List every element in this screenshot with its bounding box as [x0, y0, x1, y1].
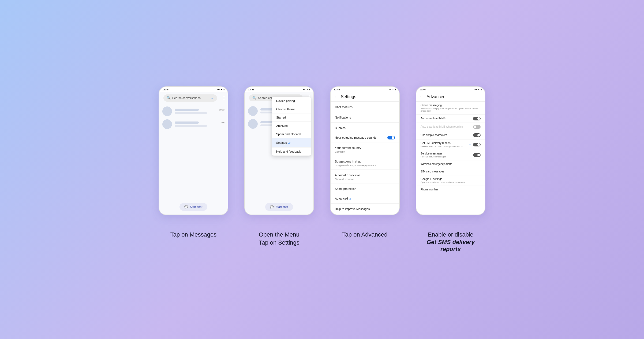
labels-row: Tap on Messages Open the Menu Tap on Set… — [159, 231, 485, 253]
status-bar-2: 12:45 ▪▪▪ ▲ ▮ — [245, 87, 313, 92]
chat-icon-1: 💬 — [184, 205, 188, 209]
menu-item-device-pairing[interactable]: Device pairing — [272, 97, 311, 105]
status-bar-1: 12:45 ▪▪▪ ▲ ▮ — [159, 87, 228, 92]
settings-header: ← Settings — [331, 92, 399, 102]
settings-item-about[interactable]: About, terms and privacy — [331, 214, 399, 215]
wifi-icon-3: ▲ — [392, 88, 394, 91]
menu-item-starred[interactable]: Starred — [272, 113, 311, 122]
status-icons-2: ▪▪▪ ▲ ▮ — [303, 88, 310, 91]
settings-item-spam[interactable]: Spam protection — [331, 183, 399, 194]
conv-name-row-1: 09:03 — [175, 109, 224, 111]
phone-2: 12:45 ▪▪▪ ▲ ▮ 🔍 Search conver... ⋮ — [244, 86, 314, 215]
advanced-item-service-msg[interactable]: Service messages Receive service message… — [416, 150, 485, 160]
wifi-icon-4: ▲ — [478, 88, 480, 91]
toggle-sms-delivery[interactable] — [473, 143, 481, 146]
advanced-title: Advanced — [426, 94, 445, 99]
phone-column-1: 12:45 ▪▪▪ ▲ ▮ 🔍 Search conversations → ⋮ — [159, 86, 228, 215]
signal-icon: ▪▪▪ — [218, 88, 220, 91]
signal-icon-2: ▪▪▪ — [303, 88, 306, 91]
settings-label: Settings — [276, 141, 287, 144]
settings-item-improve[interactable]: Help to improve Messages — [331, 204, 399, 214]
search-icon-2: 🔍 — [252, 96, 256, 100]
advanced-item-simple-chars[interactable]: Use simple characters — [416, 131, 485, 139]
toggle-simple-chars[interactable] — [473, 133, 481, 137]
status-icons-3: ▪▪▪ ▲ ▮ — [389, 88, 396, 91]
toggle-auto-mms[interactable] — [473, 117, 481, 120]
signal-icon-4: ▪▪▪ — [475, 88, 477, 91]
advanced-item-google-fi[interactable]: Google Fi settings Sync texts, calls and… — [416, 175, 485, 186]
phone-column-2: 12:45 ▪▪▪ ▲ ▮ 🔍 Search conver... ⋮ — [244, 86, 314, 215]
label-block-4: Enable or disable Get SMS delivery repor… — [416, 231, 485, 253]
advanced-item-wireless-alerts[interactable]: Wireless emergency alerts — [416, 160, 485, 168]
right-arrow-1: → — [210, 96, 214, 100]
search-text-1: Search conversations — [172, 96, 209, 100]
label-text-4b: Get SMS delivery reports — [416, 239, 485, 253]
advanced-item-auto-mms-roaming[interactable]: Auto-download MMS when roaming — [416, 123, 485, 131]
conv-preview-bar-1 — [175, 112, 207, 114]
settings-item-previews[interactable]: Automatic previews Show all previews — [331, 170, 399, 183]
advanced-item-phone-number[interactable]: Phone number — [416, 186, 485, 193]
label-text-3: Tap on Advanced — [330, 231, 400, 239]
dropdown-menu: Device pairing Choose theme Starred Arch… — [272, 97, 311, 156]
start-chat-button-1[interactable]: 💬 Start chat — [179, 203, 207, 211]
label-text-1: Tap on Messages — [159, 231, 228, 239]
sms-delivery-arrow-icon: → — [468, 142, 472, 147]
toggle-auto-mms-roaming[interactable] — [473, 125, 481, 129]
start-chat-button-2[interactable]: 💬 Start chat — [265, 203, 293, 211]
advanced-header: ← Advanced — [416, 92, 485, 102]
conv-name-bar-1 — [175, 109, 199, 111]
settings-item-sounds[interactable]: Hear outgoing message sounds — [331, 133, 399, 142]
label-text-2a: Open the Menu — [244, 231, 314, 239]
wifi-icon-2: ▲ — [306, 88, 308, 91]
battery-icon-3: ▮ — [395, 88, 396, 91]
settings-item-suggestions[interactable]: Suggestions in chat Google Assistant, Sm… — [331, 156, 399, 170]
advanced-list: Group messaging Send an SMS reply to all… — [416, 102, 485, 215]
menu-item-choose-theme[interactable]: Choose theme — [272, 105, 311, 113]
status-time-2: 12:45 — [248, 88, 254, 91]
advanced-item-sim-messages[interactable]: SIM card messages — [416, 168, 485, 175]
phone-column-4: 12:46 ▪▪▪ ▲ ▮ ← Advanced Group messag — [416, 86, 485, 215]
label-block-1: Tap on Messages — [159, 231, 228, 239]
phone-4: 12:46 ▪▪▪ ▲ ▮ ← Advanced Group messag — [416, 86, 485, 215]
search-bar-1[interactable]: 🔍 Search conversations → — [163, 94, 217, 102]
settings-item-country[interactable]: Your current country Germany — [331, 142, 399, 156]
settings-item-bubbles[interactable]: Bubbles — [331, 123, 399, 133]
battery-icon-4: ▮ — [481, 88, 482, 91]
wifi-icon: ▲ — [220, 88, 223, 91]
conv-name-bar-2 — [175, 121, 199, 124]
label-block-3: Tap on Advanced — [330, 231, 400, 239]
settings-item-advanced[interactable]: Advanced ↙ — [331, 194, 399, 204]
top-row-1: 🔍 Search conversations → ⋮ — [159, 92, 228, 104]
menu-item-help-feedback[interactable]: Help and feedback — [272, 148, 311, 156]
start-chat-label-1: Start chat — [190, 205, 202, 208]
toggle-service-msg[interactable] — [473, 153, 481, 157]
conv-time-1: 09:03 — [219, 109, 224, 111]
back-arrow-4[interactable]: ← — [420, 94, 424, 99]
menu-item-spam-blocked[interactable]: Spam and blocked — [272, 130, 311, 138]
conversation-list-1: 09:03 Draft — [159, 104, 228, 154]
search-icon-1: 🔍 — [167, 96, 171, 100]
advanced-item-group-msg[interactable]: Group messaging Send an SMS reply to all… — [416, 102, 485, 115]
phone-column-3: 12:45 ▪▪▪ ▲ ▮ ← Settings Chat features — [330, 86, 400, 215]
advanced-arrow-icon: ↙ — [349, 197, 352, 201]
conversation-item-2[interactable]: Draft — [159, 118, 228, 131]
back-arrow-3[interactable]: ← — [334, 94, 338, 99]
conv-content-2: Draft — [175, 121, 224, 127]
avatar-1 — [162, 106, 172, 116]
status-bar-3: 12:45 ▪▪▪ ▲ ▮ — [331, 87, 399, 92]
menu-item-archived[interactable]: Archived — [272, 122, 311, 130]
battery-icon: ▮ — [223, 88, 224, 91]
phone-3: 12:45 ▪▪▪ ▲ ▮ ← Settings Chat features — [330, 86, 400, 215]
conv-name-row-2: Draft — [175, 121, 224, 124]
toggle-sounds[interactable] — [387, 136, 395, 139]
menu-item-settings[interactable]: Settings ↙ — [272, 138, 311, 148]
label-text-2b: Tap on Settings — [244, 239, 314, 247]
advanced-item-auto-mms[interactable]: Auto-download MMS — [416, 115, 485, 123]
settings-item-chat-features[interactable]: Chat features — [331, 102, 399, 112]
conv-content-1: 09:03 — [175, 109, 224, 114]
advanced-item-sms-delivery[interactable]: Get SMS delivery reports Find out when a… — [416, 139, 485, 150]
settings-item-notifications[interactable]: Notifications — [331, 112, 399, 123]
more-options-icon-1[interactable]: ⋮ — [222, 95, 226, 100]
avatar-2 — [162, 119, 172, 129]
conversation-item-1[interactable]: 09:03 — [159, 105, 228, 118]
